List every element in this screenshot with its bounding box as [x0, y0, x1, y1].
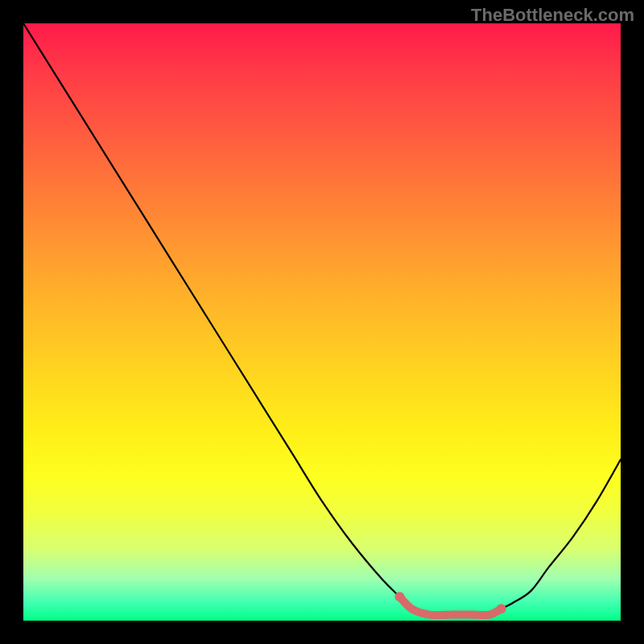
chart-svg: [23, 23, 621, 621]
optimal-flat-segment: [400, 597, 502, 615]
bottleneck-curve: [23, 23, 621, 615]
watermark-text: TheBottleneck.com: [471, 5, 634, 26]
optimal-end-dot: [497, 604, 506, 613]
optimal-start-dot: [394, 592, 404, 601]
